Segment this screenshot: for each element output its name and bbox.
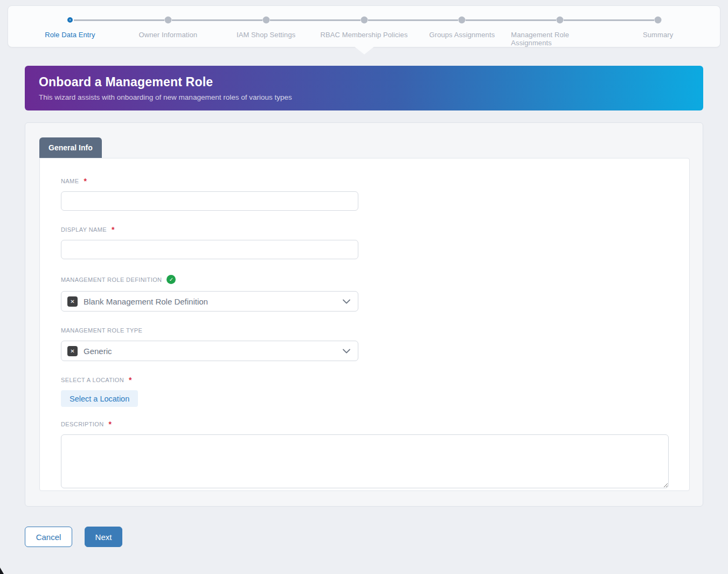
- chevron-down-icon: [343, 299, 350, 304]
- step-rbac-membership-policies[interactable]: RBAC Membership Policies: [315, 15, 413, 47]
- step-label: Summary: [643, 31, 673, 39]
- step-connector: [74, 19, 119, 21]
- step-iam-shop-settings[interactable]: IAM Shop Settings: [217, 15, 315, 47]
- description-label: DESCRIPTION: [61, 421, 104, 427]
- stepper-caret-down: [354, 46, 375, 54]
- step-label: RBAC Membership Policies: [320, 31, 407, 39]
- step-connector: [564, 19, 609, 21]
- field-label-row: DESCRIPTION *: [61, 421, 668, 427]
- step-track: [511, 15, 609, 25]
- step-connector: [172, 19, 217, 21]
- step-dot: [262, 17, 269, 24]
- wizard-stepper: Role Data Entry Owner Information IAM Sh…: [8, 5, 720, 47]
- form-container: General Info NAME * DISPLAY NAME *: [25, 122, 703, 507]
- field-management-role-type: MANAGEMENT ROLE TYPE ✕ Generic: [61, 327, 668, 361]
- cancel-button[interactable]: Cancel: [25, 527, 72, 547]
- management-role-type-label: MANAGEMENT ROLE TYPE: [61, 327, 142, 334]
- general-info-card: NAME * DISPLAY NAME * MANAGEMENT ROLE DE…: [39, 158, 690, 491]
- clear-selection-icon[interactable]: ✕: [67, 346, 78, 356]
- step-label: Owner Information: [138, 31, 197, 39]
- step-connector: [217, 19, 262, 21]
- field-label-row: MANAGEMENT ROLE TYPE: [61, 327, 668, 334]
- step-label: IAM Shop Settings: [237, 31, 295, 39]
- next-button[interactable]: Next: [85, 527, 122, 547]
- chevron-down-icon: [343, 349, 350, 354]
- step-connector: [413, 19, 458, 21]
- step-summary[interactable]: Summary: [609, 15, 707, 47]
- step-connector: [119, 19, 164, 21]
- step-track: [119, 15, 217, 25]
- required-asterisk: *: [129, 377, 131, 383]
- cursor-artifact: [0, 568, 4, 574]
- required-asterisk: *: [109, 421, 112, 427]
- field-description: DESCRIPTION *: [61, 421, 668, 490]
- stepper-steps: Role Data Entry Owner Information IAM Sh…: [8, 6, 720, 47]
- page: Role Data Entry Owner Information IAM Sh…: [0, 0, 728, 574]
- step-connector: [315, 19, 360, 21]
- step-owner-information[interactable]: Owner Information: [119, 15, 217, 47]
- step-dot: [164, 17, 171, 24]
- step-dot: [360, 17, 368, 24]
- step-dot: [459, 17, 466, 24]
- step-dot: [67, 17, 73, 23]
- management-role-type-select[interactable]: ✕ Generic: [61, 341, 358, 361]
- selected-value: Generic: [84, 347, 343, 356]
- clear-selection-icon[interactable]: ✕: [67, 296, 78, 307]
- step-track: [21, 15, 119, 25]
- field-select-a-location: SELECT A LOCATION * Select a Location: [61, 377, 668, 407]
- step-connector: [270, 19, 315, 21]
- name-label: NAME: [61, 178, 79, 184]
- management-role-definition-label: MANAGEMENT ROLE DEFINITION: [61, 276, 162, 283]
- select-a-location-label: SELECT A LOCATION: [61, 377, 124, 383]
- display-name-label: DISPLAY NAME: [61, 226, 107, 233]
- step-connector: [368, 19, 413, 21]
- step-track: [609, 15, 707, 25]
- step-dot: [557, 17, 564, 24]
- step-connector: [609, 19, 654, 21]
- required-asterisk: *: [84, 178, 86, 184]
- required-asterisk: *: [112, 227, 114, 232]
- step-label: Role Data Entry: [45, 31, 95, 39]
- step-dot: [655, 17, 662, 24]
- step-track: [315, 15, 413, 25]
- footer-actions: Cancel Next: [25, 527, 122, 547]
- tab-general-info[interactable]: General Info: [39, 137, 102, 158]
- wizard-banner: Onboard a Management Role This wizard as…: [25, 66, 703, 110]
- field-label-row: SELECT A LOCATION *: [61, 377, 668, 383]
- step-management-role-assignments[interactable]: Management Role Assignments: [511, 15, 609, 47]
- field-management-role-definition: MANAGEMENT ROLE DEFINITION ✓ ✕ Blank Man…: [61, 275, 668, 312]
- step-track: [217, 15, 315, 25]
- valid-check-icon: ✓: [167, 275, 176, 284]
- step-label: Groups Assignments: [429, 31, 495, 39]
- description-textarea[interactable]: [61, 434, 669, 488]
- field-name: NAME *: [61, 178, 668, 211]
- page-title: Onboard a Management Role: [39, 75, 689, 89]
- field-label-row: MANAGEMENT ROLE DEFINITION ✓: [61, 275, 668, 284]
- field-label-row: DISPLAY NAME *: [61, 226, 668, 233]
- step-track: [413, 15, 511, 25]
- name-input[interactable]: [61, 191, 358, 211]
- step-groups-assignments[interactable]: Groups Assignments: [413, 15, 511, 47]
- step-connector: [466, 19, 511, 21]
- selected-value: Blank Management Role Definition: [84, 297, 343, 306]
- select-location-button[interactable]: Select a Location: [61, 390, 138, 407]
- field-label-row: NAME *: [61, 178, 668, 184]
- page-subtitle: This wizard assists with onboarding of n…: [39, 93, 689, 101]
- step-role-data-entry[interactable]: Role Data Entry: [21, 15, 119, 47]
- step-connector: [511, 19, 556, 21]
- management-role-definition-select[interactable]: ✕ Blank Management Role Definition: [61, 291, 358, 312]
- step-label: Management Role Assignments: [511, 31, 609, 47]
- field-display-name: DISPLAY NAME *: [61, 226, 668, 259]
- display-name-input[interactable]: [61, 240, 358, 259]
